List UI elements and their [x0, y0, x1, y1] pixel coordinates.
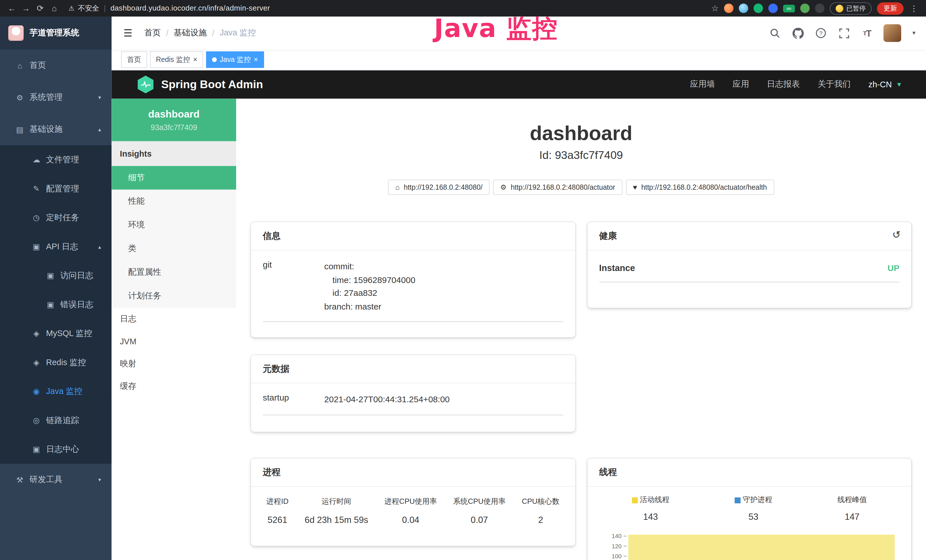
close-icon[interactable]: × — [193, 56, 197, 64]
sba-item-environment[interactable]: 环境 — [112, 213, 236, 237]
status-badge: UP — [888, 263, 899, 273]
sidebar-item-api-log[interactable]: ▣ API 日志 ▴ — [0, 232, 112, 261]
sidebar-item-infra[interactable]: ▤ 基础设施 ▴ — [0, 114, 112, 145]
health-url-link[interactable]: ♥ http://192.168.0.2:48080/actuator/heal… — [626, 180, 774, 195]
sidebar-item-java-monitor[interactable]: ◉ Java 监控 — [0, 377, 112, 406]
sidebar-item-tracing[interactable]: ◎ 链路追踪 — [0, 406, 112, 435]
sidebar-item-access-log[interactable]: ▣ 访问日志 — [0, 261, 112, 290]
process-col-process-cpu: 进程CPU使用率 0.04 — [384, 497, 437, 525]
sba-item-config-props[interactable]: 配置属性 — [112, 260, 236, 284]
sidebar-item-label: 错误日志 — [60, 299, 93, 310]
actuator-url-link[interactable]: ⚙ http://192.168.0.2:48080/actuator — [493, 180, 622, 195]
browser-menu-icon[interactable]: ⋮ — [909, 4, 919, 12]
tab-label: Java 监控 — [219, 55, 251, 65]
edit-icon: ✎ — [32, 184, 41, 193]
forward-button[interactable]: → — [20, 2, 32, 14]
sba-item-caches[interactable]: 缓存 — [112, 375, 236, 398]
puzzle-extension-icon[interactable] — [815, 3, 825, 13]
sidebar-item-label: 访问日志 — [60, 270, 93, 281]
reload-button[interactable]: ⟳ — [34, 2, 46, 14]
fullscreen-icon[interactable] — [838, 27, 851, 40]
breadcrumb-home[interactable]: 首页 — [144, 28, 161, 38]
sba-item-details[interactable]: 细节 — [112, 166, 236, 190]
log-icon: ▣ — [32, 242, 41, 251]
back-button[interactable]: ← — [6, 2, 18, 14]
cards-column-right: 健康 ↺ Instance UP — [587, 222, 911, 560]
breadcrumb-separator: / — [212, 28, 215, 38]
breadcrumb-separator: / — [166, 28, 168, 38]
sidebar-item-file-manage[interactable]: ☁ 文件管理 — [0, 145, 112, 174]
sidebar-item-redis-monitor[interactable]: ◈ Redis 监控 — [0, 348, 112, 377]
sba-nav: 应用墙 应用 日志报表 关于我们 zh-CN ▼ — [690, 79, 903, 89]
tab-java-monitor[interactable]: Java 监控 × — [206, 51, 264, 68]
grid-extension-icon[interactable] — [768, 3, 778, 13]
security-label: 不安全 — [78, 3, 99, 13]
tab-home[interactable]: 首页 — [121, 51, 147, 68]
wrench-icon: ⚙ — [500, 183, 507, 192]
log-icon: ▣ — [32, 445, 41, 454]
tab-redis-monitor[interactable]: Redis 监控 × — [150, 51, 203, 68]
sidebar-item-devtools[interactable]: ⚒ 研发工具 ▾ — [0, 464, 112, 496]
address-bar[interactable]: ⚠ 不安全 | dashboard.yudao.iocoder.cn/infra… — [63, 3, 709, 13]
sidebar-item-home[interactable]: ⌂ 首页 — [0, 50, 112, 82]
sidebar-item-log-center[interactable]: ▣ 日志中心 — [0, 435, 112, 463]
help-icon[interactable]: ? — [814, 27, 828, 40]
sidebar-item-system[interactable]: ⚙ 系统管理 ▾ — [0, 82, 112, 114]
sba-nav-applications[interactable]: 应用 — [732, 79, 749, 89]
home-icon: ⌂ — [15, 61, 24, 70]
sba-item-metrics[interactable]: 性能 — [112, 190, 236, 213]
green-extension-icon[interactable] — [754, 3, 763, 13]
sidebar-item-error-log[interactable]: ▣ 错误日志 — [0, 290, 112, 319]
legend-peak-threads: 线程峰值 147 — [837, 495, 867, 522]
font-size-icon[interactable]: TT — [860, 27, 873, 40]
sba-item-logs[interactable]: 日志 — [112, 308, 236, 330]
admin-main: ☰ 首页 / 基础设施 / Java 监控 ? — [112, 17, 926, 560]
leaf-extension-icon[interactable] — [800, 3, 809, 13]
search-icon[interactable] — [768, 27, 781, 40]
drop-extension-icon[interactable] — [739, 3, 748, 13]
sba-nav-wallboard[interactable]: 应用墙 — [690, 79, 715, 89]
sba-item-classes[interactable]: 类 — [112, 237, 236, 260]
row-key: startup — [263, 393, 324, 407]
process-col-uptime: 运行时间 6d 23h 15m 59s — [304, 497, 368, 525]
navbar-actions: ? TT ▼ — [768, 24, 917, 42]
sidebar-item-label: 文件管理 — [46, 154, 79, 165]
browser-window: ← → ⟳ ⌂ ⚠ 不安全 | dashboard.yudao.iocoder.… — [0, 0, 926, 560]
app-logo-row[interactable]: 芋道管理系统 — [0, 17, 112, 50]
process-table: 进程ID 5261 运行时间 6d 23h 15m 59s — [263, 489, 563, 525]
avatar[interactable] — [884, 24, 901, 42]
sba-logo-icon — [138, 76, 153, 93]
profile-paused-badge[interactable]: 已暂停 — [830, 2, 872, 14]
close-icon[interactable]: × — [254, 56, 258, 64]
sidebar-item-label: 基础设施 — [30, 124, 63, 135]
service-url-link[interactable]: ⌂ http://192.168.0.2:48080/ — [388, 180, 490, 195]
history-icon[interactable]: ↺ — [892, 229, 900, 241]
legend-live-threads: 活动线程 143 — [632, 495, 670, 522]
sidebar-item-label: 定时任务 — [46, 212, 79, 223]
sidebar-item-label: 日志中心 — [46, 444, 79, 454]
instance-header[interactable]: dashboard 93a3fc7f7409 — [112, 99, 236, 141]
switch-on-extension-icon[interactable]: on — [783, 5, 795, 12]
active-dot — [212, 58, 217, 62]
cloud-icon: ☁ — [32, 156, 41, 164]
locale-selector[interactable]: zh-CN ▼ — [869, 80, 902, 89]
sba-item-jvm[interactable]: JVM — [112, 330, 236, 353]
breadcrumb-infra[interactable]: 基础设施 — [174, 28, 207, 38]
hamburger-icon[interactable]: ☰ — [120, 27, 136, 39]
github-icon[interactable] — [791, 27, 805, 40]
sba-item-mappings[interactable]: 映射 — [112, 353, 236, 375]
chevron-down-icon[interactable]: ▼ — [911, 30, 916, 36]
update-button[interactable]: 更新 — [877, 2, 903, 14]
sba-item-scheduled-tasks[interactable]: 计划任务 — [112, 284, 236, 308]
fox-extension-icon[interactable] — [724, 3, 734, 13]
sidebar-item-mysql-monitor[interactable]: ◈ MySQL 监控 — [0, 319, 112, 348]
sba-brand[interactable]: Spring Boot Admin — [161, 78, 263, 91]
admin-app: 芋道管理系统 ⌂ 首页 ⚙ 系统管理 ▾ ▤ 基础设施 ▴ ☁ 文件管理 — [0, 17, 926, 560]
insights-section-label: Insights — [112, 141, 236, 166]
home-button[interactable]: ⌂ — [48, 2, 60, 14]
bookmark-star-icon[interactable]: ☆ — [711, 3, 719, 13]
sidebar-item-scheduled-jobs[interactable]: ◷ 定时任务 — [0, 203, 112, 232]
sba-nav-journal[interactable]: 日志报表 — [767, 79, 800, 89]
sidebar-item-config-manage[interactable]: ✎ 配置管理 — [0, 174, 112, 203]
sba-nav-about[interactable]: 关于我们 — [818, 79, 851, 89]
